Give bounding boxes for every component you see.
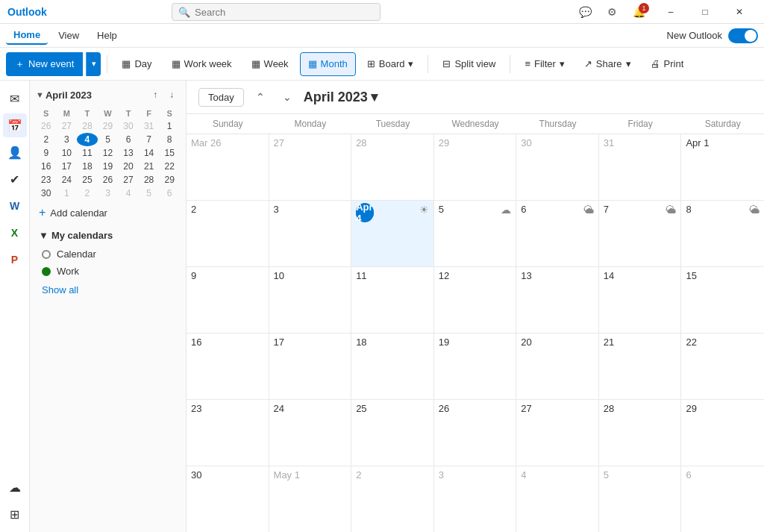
- day-button[interactable]: ▦ Day: [113, 52, 160, 76]
- share-button[interactable]: ↗ Share ▾: [576, 52, 639, 76]
- mini-cal-cell[interactable]: 1: [159, 119, 180, 133]
- mini-cal-cell[interactable]: 27: [118, 173, 139, 187]
- settings-icon[interactable]: ⚙: [600, 1, 624, 22]
- my-calendars-header[interactable]: ▼ My calendars: [36, 225, 180, 245]
- cal-cell[interactable]: 17: [269, 334, 352, 399]
- cal-cell[interactable]: 24: [269, 400, 352, 466]
- onedrive-nav-icon[interactable]: ☁: [3, 475, 27, 499]
- cal-cell[interactable]: 25: [351, 400, 434, 466]
- board-button[interactable]: ⊞ Board ▾: [359, 52, 422, 76]
- cal-cell[interactable]: 29: [434, 134, 517, 200]
- cal-cell[interactable]: 9: [187, 267, 269, 333]
- cal-cell[interactable]: 15: [681, 267, 764, 333]
- mini-cal-cell[interactable]: 31: [139, 119, 160, 133]
- mini-cal-cell[interactable]: 17: [57, 160, 78, 173]
- word-nav-icon[interactable]: W: [3, 194, 27, 218]
- cal-cell[interactable]: Apr 1: [681, 134, 764, 200]
- month-button[interactable]: ▦ Month: [300, 52, 356, 76]
- mini-cal-cell[interactable]: 6: [118, 133, 139, 146]
- split-view-button[interactable]: ⊟ Split view: [434, 52, 504, 76]
- cal-cell[interactable]: 30: [187, 466, 269, 532]
- mini-cal-cell[interactable]: 29: [98, 119, 119, 133]
- powerpoint-nav-icon[interactable]: P: [3, 248, 27, 272]
- cal-cell[interactable]: 28: [351, 134, 434, 200]
- mini-cal-cell[interactable]: 24: [57, 173, 78, 187]
- mini-cal-cell[interactable]: 11: [77, 146, 98, 160]
- mini-cal-cell[interactable]: 22: [159, 160, 180, 173]
- mini-cal-cell[interactable]: 28: [77, 119, 98, 133]
- mini-cal-cell[interactable]: 2: [36, 133, 57, 146]
- mini-cal-cell[interactable]: 21: [139, 160, 160, 173]
- new-event-button[interactable]: ＋ New event: [6, 52, 83, 76]
- cal-cell[interactable]: 2: [187, 201, 269, 266]
- mini-cal-collapse-icon[interactable]: ▼: [36, 90, 44, 99]
- mini-cal-cell[interactable]: 3: [98, 187, 119, 200]
- cal-cell[interactable]: 26: [434, 400, 517, 466]
- cal-cell[interactable]: 8🌥: [681, 201, 764, 266]
- add-calendar-button[interactable]: + Add calendar: [36, 200, 180, 225]
- mini-cal-cell[interactable]: 8: [159, 133, 180, 146]
- mini-cal-cell[interactable]: 9: [36, 146, 57, 160]
- todo-nav-icon[interactable]: ✔: [3, 167, 27, 191]
- cal-cell[interactable]: 10: [269, 267, 352, 333]
- mini-cal-cell[interactable]: 10: [57, 146, 78, 160]
- search-input[interactable]: [195, 7, 374, 18]
- mini-cal-cell[interactable]: 20: [118, 160, 139, 173]
- cal-cell[interactable]: 27: [269, 134, 352, 200]
- close-button[interactable]: ✕: [722, 0, 757, 24]
- mini-cal-cell[interactable]: 26: [98, 173, 119, 187]
- cal-cell[interactable]: 3: [269, 201, 352, 266]
- filter-button[interactable]: ≡ Filter ▾: [516, 52, 572, 76]
- mini-cal-cell[interactable]: 30: [118, 119, 139, 133]
- calendar-item-calendar[interactable]: Calendar: [36, 245, 180, 263]
- menu-view[interactable]: View: [51, 27, 87, 44]
- mini-cal-cell[interactable]: 7: [139, 133, 160, 146]
- cal-cell[interactable]: 28: [599, 400, 682, 466]
- contacts-nav-icon[interactable]: 👤: [3, 140, 27, 164]
- month-title[interactable]: April 2023 ▾: [304, 89, 378, 105]
- mini-cal-cell[interactable]: 12: [98, 146, 119, 160]
- cal-cell[interactable]: 7🌥: [599, 201, 682, 266]
- cal-cell[interactable]: 5: [599, 466, 682, 532]
- notifications-icon[interactable]: 🔔 1: [627, 1, 651, 22]
- mini-cal-cell[interactable]: 25: [77, 173, 98, 187]
- today-button[interactable]: Today: [198, 88, 244, 107]
- cal-cell[interactable]: 30: [516, 134, 599, 200]
- cal-cell[interactable]: 20: [516, 334, 599, 399]
- menu-help[interactable]: Help: [90, 27, 125, 44]
- mini-cal-cell[interactable]: 4: [77, 133, 98, 146]
- mini-cal-cell[interactable]: 27: [57, 119, 78, 133]
- cal-cell[interactable]: 16: [187, 334, 269, 399]
- cal-cell[interactable]: 22: [681, 334, 764, 399]
- mail-nav-icon[interactable]: ✉: [3, 87, 27, 110]
- cal-cell[interactable]: 4: [516, 466, 599, 532]
- chat-icon[interactable]: 💬: [573, 1, 597, 22]
- cal-cell[interactable]: 3: [434, 466, 517, 532]
- mini-cal-cell[interactable]: 19: [98, 160, 119, 173]
- print-button[interactable]: 🖨 Print: [642, 52, 692, 76]
- new-outlook-toggle[interactable]: [728, 28, 758, 43]
- cal-cell[interactable]: 21: [599, 334, 682, 399]
- mini-cal-next[interactable]: ↓: [163, 87, 180, 103]
- new-event-chevron[interactable]: ▾: [86, 52, 101, 76]
- search-bar[interactable]: 🔍: [172, 3, 381, 21]
- prev-month-button[interactable]: ⌃: [250, 87, 271, 107]
- mini-cal-cell[interactable]: 14: [139, 146, 160, 160]
- cal-cell[interactable]: 31: [599, 134, 682, 200]
- cal-cell[interactable]: 19: [434, 334, 517, 399]
- cal-cell[interactable]: 5☁: [434, 201, 517, 266]
- cal-cell[interactable]: May 1: [269, 466, 352, 532]
- mini-cal-cell[interactable]: 29: [159, 173, 180, 187]
- cal-cell[interactable]: 6🌥: [516, 201, 599, 266]
- menu-home[interactable]: Home: [6, 26, 48, 45]
- maximize-button[interactable]: □: [688, 0, 722, 24]
- cal-cell[interactable]: 13: [516, 267, 599, 333]
- cal-cell[interactable]: 18: [351, 334, 434, 399]
- calendar-nav-icon[interactable]: 📅: [3, 113, 27, 137]
- excel-nav-icon[interactable]: X: [3, 221, 27, 245]
- cal-cell[interactable]: 11: [351, 267, 434, 333]
- show-all-button[interactable]: Show all: [36, 281, 180, 298]
- mini-cal-cell[interactable]: 18: [77, 160, 98, 173]
- mini-cal-cell[interactable]: 30: [36, 187, 57, 200]
- mini-cal-cell[interactable]: 5: [98, 133, 119, 146]
